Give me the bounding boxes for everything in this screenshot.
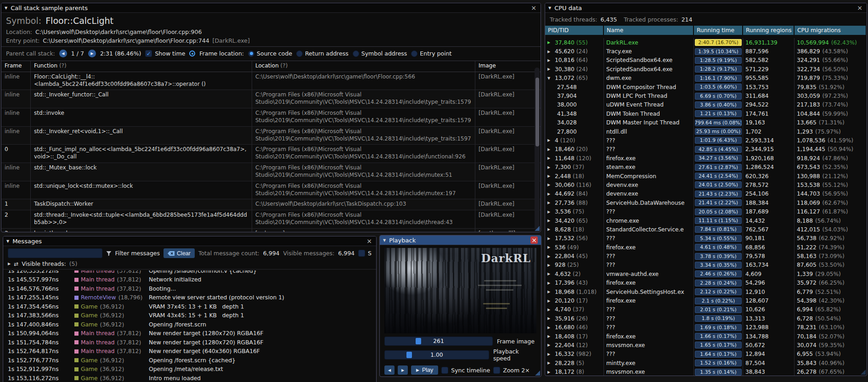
cpu-process-row[interactable]: ▶17,396(43)firefox.exe2.28 s (0.24%)54,2…: [545, 279, 867, 287]
cpu-process-row[interactable]: ▶44,692(84)devenv.exe21.43 s (2.23%)254,…: [545, 190, 867, 198]
message-row[interactable]: 1s 151,754,784nsMain thread(37,812)New r…: [8, 338, 372, 347]
cpu-process-row[interactable]: ▶18,460(20)???42.85 s (4.45%)2,344,9151,…: [545, 145, 867, 154]
column-pid-tid[interactable]: PID/TID: [545, 26, 604, 35]
collapse-icon[interactable]: ▼: [5, 6, 7, 10]
close-icon[interactable]: ×: [530, 236, 538, 244]
cpu-process-row[interactable]: ▶536(49)firefox.exe4.61 s (0.48%)68,8565…: [545, 243, 867, 252]
message-row[interactable]: 1s 146,576,766nsMain thread(37,812)Booti…: [8, 284, 372, 293]
message-row[interactable]: 1s 145,557,997nsMain thread(37,812)Netwo…: [8, 275, 372, 285]
message-row[interactable]: 1s 147,383,566nsGame(36,912)VRAM 43x45: …: [8, 311, 372, 320]
cpu-process-row[interactable]: ▶3,536(75)???20.05 s (2.08%)187,689116,1…: [545, 207, 867, 216]
scrollbar-thumb[interactable]: [535, 78, 539, 146]
expand-arrow-icon[interactable]: ▶: [547, 50, 553, 54]
radio-return-address[interactable]: Return address: [296, 50, 349, 57]
playback-titlebar[interactable]: ▼ Playback ×: [380, 236, 541, 245]
cpu-process-row[interactable]: ▶18,172(8)msvsmon.exe1.35 s (0.14%)38,84…: [545, 367, 867, 376]
message-row[interactable]: 1s 153,116,272nsGame(36,912)Intro menu l…: [8, 374, 372, 382]
frame-image-slider[interactable]: 261: [384, 337, 493, 346]
cpu-process-row[interactable]: ▶16,332(982)???1.64 s (0.17%)12,8946,955…: [545, 350, 867, 359]
prev-frame-button[interactable]: ◀: [384, 365, 395, 375]
cpu-process-row[interactable]: ▶27,736(88)ServiceHub.DataWarehouse21.41…: [545, 198, 867, 207]
message-row[interactable]: 1s 120,335,272nsMain thread(37,812)Openi…: [8, 270, 372, 275]
callstack-frame-row[interactable]: 2std::thread::_Invoke<std::tuple<<lambda…: [1, 210, 541, 229]
expand-arrow-icon[interactable]: ▶: [547, 245, 553, 249]
expand-arrow-icon[interactable]: ▶: [547, 192, 553, 196]
column-hint[interactable]: (?): [281, 62, 288, 69]
clear-button[interactable]: Clear: [163, 248, 195, 258]
column-running-time[interactable]: Running time: [694, 26, 743, 35]
resize-grip[interactable]: [535, 226, 540, 231]
message-row[interactable]: 1s 152,776,777nsGame(36,912)Opening /for…: [8, 356, 372, 365]
tree-collapse-arrow-icon[interactable]: ▶: [8, 262, 11, 266]
expand-arrow-icon[interactable]: ▶: [547, 352, 553, 356]
cpu-process-row[interactable]: 41,348DWM Token Thread1.21 s (0.13%)174,…: [545, 109, 867, 118]
cpu-process-row[interactable]: ▶35,916(26)???1.8 s (0.19%)13,3136,728(5…: [545, 314, 867, 323]
expand-arrow-icon[interactable]: ▶: [547, 316, 553, 320]
cpu-process-row[interactable]: ▶10,816(64)ScriptedSandbox64.exe1:28.5 (…: [545, 56, 867, 65]
expand-arrow-icon[interactable]: ▶: [547, 219, 553, 223]
expand-arrow-icon[interactable]: ▶: [547, 147, 553, 152]
cpu-process-row[interactable]: ▶2,448(18)MemCompression24.41 s (2.54%)6…: [545, 172, 867, 180]
filter-input[interactable]: [8, 248, 102, 258]
expand-arrow-icon[interactable]: ▶: [547, 290, 553, 294]
expand-arrow-icon[interactable]: ▶: [547, 156, 553, 160]
collapse-icon[interactable]: ▼: [383, 238, 386, 242]
expand-arrow-icon[interactable]: ▶: [547, 263, 553, 267]
message-row[interactable]: 1s 147,354,456nsGame(36,912)VRAM 37x45: …: [8, 302, 372, 311]
cpu-process-row[interactable]: ▼13,072(65)dwm.exe1:16.1 (7.90%)955,5857…: [545, 74, 867, 83]
cpu-process-row[interactable]: ▶4,740(37)???2.01 s (0.21%)10,6266,994(6…: [545, 305, 867, 314]
expand-arrow-icon[interactable]: ▶: [547, 227, 553, 231]
play-button[interactable]: ▶ Play: [411, 365, 438, 375]
expand-arrow-icon[interactable]: ▶: [547, 370, 553, 374]
cpu-process-row[interactable]: ▶37,840(55)DarkRL.exe2:40.7 (16.70%)16,9…: [545, 38, 867, 47]
cpu-process-row[interactable]: ▶17,532(56)???5.34 s (0.55%)90,18156,738…: [545, 234, 867, 243]
expand-arrow-icon[interactable]: ▶: [547, 236, 553, 241]
callstack-frame-row[interactable]: inlineFloor::CalcLight::__l4::<lambda_5b…: [1, 72, 541, 90]
cpu-process-row[interactable]: ▶34,420(65)chrome.exe11.11 s (1.15%)14,4…: [545, 216, 867, 225]
cpu-process-row[interactable]: ▶18,968(1,018)ServiceHub.SettingsHost.ex…: [545, 287, 867, 296]
sync-timeline-checkbox[interactable]: Sync timeline: [441, 367, 490, 374]
resize-grip[interactable]: [861, 370, 866, 375]
show-time-checkbox[interactable]: ✓ Show time: [145, 50, 185, 57]
column-hint[interactable]: (?): [59, 62, 67, 69]
message-list[interactable]: 1s 120,335,272nsMain thread(37,812)Openi…: [3, 270, 376, 382]
message-row[interactable]: 1s 152,912,997nsGame(36,912)Opening /met…: [8, 365, 372, 374]
callstack-frame-row[interactable]: 3beginthreadex[unknown][ucrtbase.dll]: [1, 229, 541, 232]
expand-arrow-icon[interactable]: ▶: [547, 254, 553, 258]
callstack-frame-row[interactable]: inlinestd::_Mutex_base::lockC:\Program F…: [1, 163, 541, 181]
expand-arrow-icon[interactable]: ▶: [547, 138, 553, 142]
message-row[interactable]: 1s 147,400,846nsGame(36,912)Opening /for…: [8, 320, 372, 329]
expand-arrow-icon[interactable]: ▶: [547, 210, 553, 214]
messages-titlebar[interactable]: ▼ Messages ×: [3, 236, 376, 246]
prev-parent-button[interactable]: ◀: [59, 50, 67, 57]
cpu-process-row[interactable]: 38,000uDWM Event Thread3.86 s (0.40%)294…: [545, 101, 867, 109]
callstack-frame-row[interactable]: inlinestd::_Invoker_ret<void,1>::_CallC:…: [1, 127, 541, 145]
cpu-process-row[interactable]: ▶30,060(116)devenv.exe24.01 s (2.50%)278…: [545, 180, 867, 189]
expand-arrow-icon[interactable]: ▶: [547, 334, 553, 338]
cpu-process-row[interactable]: ▶4,632(2)vmware-authd.exe2.46 s (0.26%)4…: [545, 270, 867, 278]
cpu-process-row[interactable]: ▶8,628(18)StandardCollector.Service.e7.8…: [545, 225, 867, 234]
clipped-checkbox[interactable]: S: [358, 250, 372, 257]
cpu-process-row[interactable]: ▶928(25)???3.34 s (0.35%)163,73487,605(5…: [545, 261, 867, 270]
playback-speed-slider[interactable]: 1.00: [384, 350, 489, 360]
cpu-process-row[interactable]: ▶11,648(120)firefox.exe34.27 s (3.56%)1,…: [545, 154, 867, 163]
expand-arrow-icon[interactable]: ▶: [547, 58, 553, 62]
expand-arrow-icon[interactable]: ▶: [547, 299, 553, 303]
vertical-scrollbar[interactable]: [535, 67, 540, 230]
cpu-titlebar[interactable]: ▼ CPU data ×: [545, 3, 867, 13]
callstack-frame-row[interactable]: inlinestd::unique_lock<std::mutex>::lock…: [1, 181, 541, 200]
expand-arrow-icon[interactable]: ▶: [547, 343, 553, 347]
close-icon[interactable]: ×: [366, 237, 373, 245]
cpu-process-row[interactable]: ▶18,408(17)firefox.exe1.66 s (0.17%)134,…: [545, 332, 867, 341]
cpu-process-row[interactable]: 34,028DWM Master Input Thread799.64 ms (…: [545, 118, 867, 127]
expand-arrow-icon[interactable]: ▶: [547, 326, 553, 330]
message-row[interactable]: 1s 147,255,145nsRemoteView(18,796)Remote…: [8, 293, 372, 303]
cpu-process-row[interactable]: ▶16,680(46)???1.69 s (0.18%)123,98878,23…: [545, 323, 867, 332]
collapse-icon[interactable]: ▼: [6, 239, 9, 243]
radio-entry-point[interactable]: Entry point: [411, 50, 451, 57]
message-row[interactable]: 1s 152,764,817nsMain thread(37,812)New r…: [8, 347, 372, 356]
column-running-regions[interactable]: Running regions: [743, 26, 795, 35]
close-icon[interactable]: ×: [856, 4, 863, 11]
next-parent-button[interactable]: ▶: [88, 50, 96, 57]
cpu-process-row[interactable]: ▶22,804(45)???3.78 s (0.39%)79,57858,163…: [545, 252, 867, 260]
